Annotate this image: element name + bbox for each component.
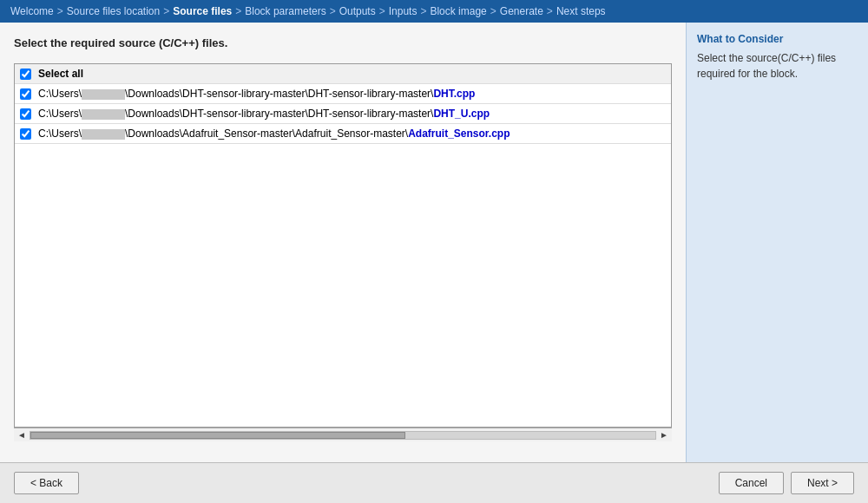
sidebar-title: What to Consider <box>697 33 858 45</box>
breadcrumb-item[interactable]: Generate <box>500 5 543 17</box>
hidden-user-path <box>82 129 125 140</box>
breadcrumb-item[interactable]: Next steps <box>556 5 606 17</box>
main-area: Select the required source (C/C++) files… <box>0 23 868 462</box>
breadcrumb-item[interactable]: Block parameters <box>245 5 326 17</box>
hidden-user-path <box>82 89 125 100</box>
footer-right: Cancel Next > <box>719 472 854 494</box>
horizontal-scrollbar[interactable]: ◄ ► <box>14 428 672 441</box>
select-all-label: Select all <box>38 68 83 80</box>
breadcrumb-item[interactable]: Block image <box>430 5 486 17</box>
scroll-thumb[interactable] <box>30 432 405 439</box>
breadcrumb-item[interactable]: Source files <box>173 5 232 17</box>
breadcrumb-separator: > <box>330 5 336 17</box>
table-row[interactable]: C:\Users\\Downloads\DHT-sensor-library-m… <box>15 84 671 104</box>
breadcrumb-item[interactable]: Welcome <box>10 5 54 17</box>
scroll-left-arrow[interactable]: ◄ <box>16 430 28 440</box>
sidebar-panel: What to Consider Select the source(C/C++… <box>686 23 868 462</box>
instruction-text: Select the required source (C/C++) files… <box>14 36 672 49</box>
breadcrumb-separator: > <box>420 5 426 17</box>
breadcrumb-item[interactable]: Inputs <box>389 5 418 17</box>
file-checkbox[interactable] <box>20 128 31 140</box>
file-path: C:\Users\\Downloads\Adafruit_Sensor-mast… <box>38 127 510 140</box>
sidebar-text: Select the source(C/C++) files required … <box>697 50 858 82</box>
back-button[interactable]: < Back <box>14 472 79 494</box>
filename: DHT.cpp <box>433 88 475 100</box>
file-list-container: Select all C:\Users\\Downloads\DHT-senso… <box>14 63 672 428</box>
scroll-track[interactable] <box>30 431 656 440</box>
filename: Adafruit_Sensor.cpp <box>408 127 510 140</box>
file-path: C:\Users\\Downloads\DHT-sensor-library-m… <box>38 108 490 120</box>
breadcrumb-bar: Welcome > Source files location > Source… <box>0 0 868 23</box>
file-path: C:\Users\\Downloads\DHT-sensor-library-m… <box>38 88 475 100</box>
breadcrumb-separator: > <box>163 5 169 17</box>
footer-left: < Back <box>14 472 79 494</box>
cancel-button[interactable]: Cancel <box>719 472 784 494</box>
breadcrumb-separator: > <box>490 5 496 17</box>
breadcrumb-separator: > <box>235 5 241 17</box>
file-checkbox[interactable] <box>20 88 31 100</box>
breadcrumb-separator: > <box>547 5 553 17</box>
breadcrumb-item[interactable]: Source files location <box>67 5 160 17</box>
filename: DHT_U.cpp <box>433 108 490 120</box>
breadcrumb-separator: > <box>57 5 63 17</box>
select-all-checkbox[interactable] <box>20 69 31 80</box>
breadcrumb-item[interactable]: Outputs <box>339 5 376 17</box>
table-row[interactable]: C:\Users\\Downloads\Adafruit_Sensor-mast… <box>15 124 671 144</box>
breadcrumb-separator: > <box>379 5 385 17</box>
table-row[interactable]: C:\Users\\Downloads\DHT-sensor-library-m… <box>15 104 671 124</box>
file-checkbox[interactable] <box>20 108 31 120</box>
footer-bar: < Back Cancel Next > <box>0 462 868 503</box>
next-button[interactable]: Next > <box>791 472 854 494</box>
hidden-user-path <box>82 109 125 120</box>
scroll-right-arrow[interactable]: ► <box>658 430 670 440</box>
content-panel: Select the required source (C/C++) files… <box>0 23 686 462</box>
select-all-row[interactable]: Select all <box>15 64 671 84</box>
